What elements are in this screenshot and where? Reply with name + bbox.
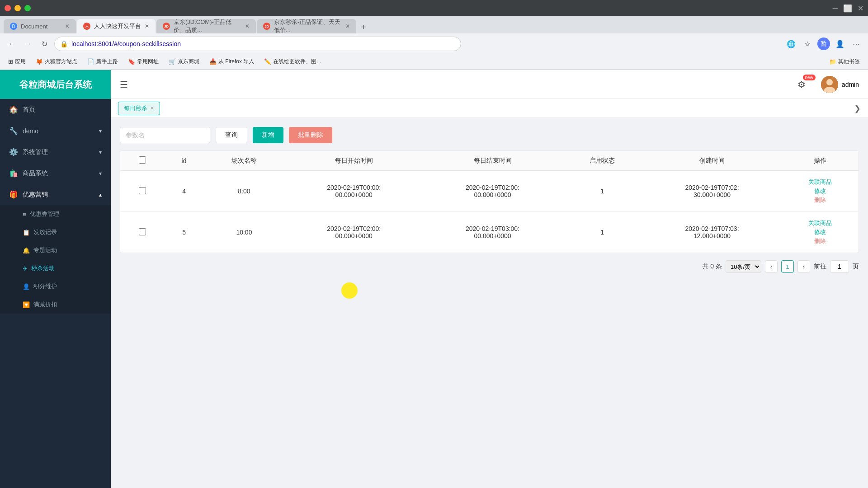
sidebar-item-system[interactable]: ⚙️ 系统管理 ▾ — [0, 141, 111, 163]
bookmark-import[interactable]: 📥 从 Firefox 导入 — [206, 57, 258, 66]
sidebar-item-filter[interactable]: 🔽 满减折扣 — [0, 296, 111, 314]
titlebar-minimize-icon[interactable]: ─ — [833, 4, 838, 12]
main-area: ☰ ⚙ new admin — [111, 70, 868, 488]
page-tab-close-icon[interactable]: ✕ — [150, 105, 154, 111]
row2-created: 2020-02-19T07:03:12.000+0000 — [643, 212, 782, 253]
app-header: ☰ ⚙ new admin — [111, 70, 868, 99]
tab-icon-jd1: JD — [163, 23, 170, 30]
table-row: 5 10:00 2020-02-19T02:00:00.000+0000 202… — [120, 212, 859, 253]
row1-delete-btn[interactable]: 删除 — [788, 196, 851, 204]
per-page-select[interactable]: 10条/页 20条/页 50条/页 — [726, 260, 761, 273]
add-button[interactable]: 新增 — [253, 127, 283, 143]
sidebar-item-topic[interactable]: 🔔 专题活动 — [0, 241, 111, 259]
browser-tab-4[interactable]: JD 京东秒杀-正品保证、天天低价... ✕ — [257, 19, 356, 33]
sidebar-item-goods[interactable]: 🛍️ 商品系统 ▾ — [0, 163, 111, 184]
firefox-icon: 🦊 — [36, 58, 43, 65]
sidebar-item-home-label: 首页 — [23, 106, 35, 114]
row1-checkbox — [120, 171, 164, 212]
row1-edit-btn[interactable]: 修改 — [788, 187, 851, 195]
menu-toggle-btn[interactable]: ☰ — [120, 79, 128, 90]
seckill-icon: ✈ — [23, 265, 28, 272]
profile-icon[interactable]: 暂 — [817, 38, 830, 50]
tab-close-2[interactable]: ✕ — [145, 23, 149, 29]
account-icon[interactable]: 👤 — [834, 38, 846, 50]
sidebar-item-topic-label: 专题活动 — [33, 246, 57, 254]
star-icon[interactable]: ☆ — [801, 38, 814, 50]
row1-created: 2020-02-19T07:02:30.000+0000 — [643, 171, 782, 212]
row2-delete-btn[interactable]: 删除 — [788, 237, 851, 245]
system-icon: ⚙️ — [9, 148, 18, 156]
row1-link-products-btn[interactable]: 关联商品 — [788, 178, 851, 186]
tab-icon-jd2: JD — [263, 23, 270, 30]
sidebar-item-promo-label: 优惠营销 — [23, 191, 48, 199]
tab-close-1[interactable]: ✕ — [65, 23, 70, 29]
gear-icon[interactable]: ⚙ — [797, 79, 806, 90]
refresh-btn[interactable]: ↻ — [38, 38, 51, 50]
bookmark-apps[interactable]: ⊞ 应用 — [5, 57, 29, 66]
select-all-checkbox[interactable] — [139, 156, 146, 164]
bookmark-common[interactable]: 🔖 常用网址 — [124, 57, 162, 66]
sidebar-item-coupon[interactable]: ≡ 优惠券管理 — [0, 205, 111, 223]
close-window-btn[interactable] — [5, 5, 11, 11]
forward-btn[interactable]: → — [22, 38, 34, 50]
row2-edit-btn[interactable]: 修改 — [788, 228, 851, 236]
tab-label-1: Document — [21, 23, 47, 30]
tab-close-4[interactable]: ✕ — [345, 23, 350, 29]
sidebar-item-filter-label: 满减折扣 — [33, 300, 57, 309]
current-page-btn[interactable]: 1 — [781, 260, 794, 273]
sidebar-item-seckill[interactable]: ✈ 秒杀活动 — [0, 259, 111, 277]
minimize-window-btn[interactable] — [14, 5, 21, 11]
sidebar-item-demo[interactable]: 🔧 demo ▾ — [0, 120, 111, 141]
next-page-btn[interactable]: › — [797, 260, 810, 273]
goto-page-input[interactable] — [830, 260, 849, 273]
svg-point-1 — [826, 79, 833, 85]
maximize-window-btn[interactable] — [24, 5, 31, 11]
browser-tab-3[interactable]: JD 京东(JD.COM)-正品低价、品质... ✕ — [156, 19, 256, 33]
translate-icon[interactable]: 🌐 — [785, 38, 797, 50]
avatar-area[interactable]: admin — [821, 76, 859, 93]
back-btn[interactable]: ← — [5, 38, 18, 50]
table-row: 4 8:00 2020-02-19T00:00:00.000+0000 2020… — [120, 171, 859, 212]
col-id: id — [164, 151, 203, 171]
sidebar-item-distribute-label: 发放记录 — [33, 228, 57, 236]
titlebar-maximize-icon[interactable]: ⬜ — [843, 4, 852, 13]
sidebar-item-distribute[interactable]: 📋 发放记录 — [0, 223, 111, 241]
search-input[interactable] — [120, 127, 210, 143]
row2-select-checkbox[interactable] — [139, 228, 146, 235]
row1-end-time: 2020-02-19T02:00:00.000+0000 — [423, 171, 562, 212]
col-start-time: 每日开始时间 — [284, 151, 423, 171]
apps-grid-icon: ⊞ — [8, 58, 13, 65]
sidebar-item-promo[interactable]: 🎁 优惠营销 ▴ — [0, 184, 111, 205]
prev-page-btn[interactable]: ‹ — [765, 260, 778, 273]
toolbar: 查询 新增 批量删除 — [120, 127, 859, 143]
titlebar-close-icon[interactable]: ✕ — [858, 4, 863, 13]
common-icon: 🔖 — [128, 58, 135, 65]
sidebar-item-points[interactable]: 👤 积分维护 — [0, 277, 111, 296]
bookmark-others[interactable]: 📁 其他书签 — [826, 57, 863, 66]
tab-close-3[interactable]: ✕ — [245, 23, 250, 29]
tabs-nav-chevron-icon[interactable]: ❯ — [854, 103, 861, 113]
page-tab-daily-seckill[interactable]: 每日秒杀 ✕ — [118, 102, 160, 115]
batch-delete-button[interactable]: 批量删除 — [289, 127, 332, 143]
address-right-actions: 🌐 ☆ 暂 👤 ⋯ — [785, 38, 863, 50]
bookmark-firefox[interactable]: 🦊 火狐官方站点 — [32, 57, 81, 66]
browser-tab-1[interactable]: D Document ✕ — [4, 19, 76, 33]
row2-link-products-btn[interactable]: 关联商品 — [788, 219, 851, 227]
url-bar[interactable]: 🔒 localhost:8001/#/coupon-seckillsession — [54, 37, 461, 51]
browser-tab-2[interactable]: 人 人人快速开发平台 ✕ — [77, 19, 156, 33]
extensions-icon[interactable]: ⋯ — [850, 38, 863, 50]
sidebar-item-home[interactable]: 🏠 首页 — [0, 99, 111, 120]
sidebar-menu: 🏠 首页 🔧 demo ▾ ⚙️ 系统管理 ▾ 🛍️ 商品系统 ▾ — [0, 99, 111, 488]
new-tab-btn[interactable]: + — [357, 21, 370, 33]
new-badge: new — [803, 75, 816, 80]
query-button[interactable]: 查询 — [216, 127, 247, 143]
data-table: id 场次名称 每日开始时间 每日结束时间 启用状态 创建时间 操作 4 — [120, 151, 859, 253]
bookmark-draw[interactable]: ✏️ 在线绘图软件、图... — [260, 57, 325, 66]
bookmark-newuser[interactable]: 📄 新手上路 — [84, 57, 122, 66]
bookmark-jd[interactable]: 🛒 京东商城 — [165, 57, 203, 66]
demo-arrow-icon: ▾ — [99, 128, 102, 134]
row1-select-checkbox[interactable] — [139, 187, 146, 194]
sidebar-item-seckill-label: 秒杀活动 — [31, 264, 55, 272]
tab-label-4: 京东秒杀-正品保证、天天低价... — [274, 18, 342, 34]
sidebar-item-goods-label: 商品系统 — [23, 169, 48, 178]
